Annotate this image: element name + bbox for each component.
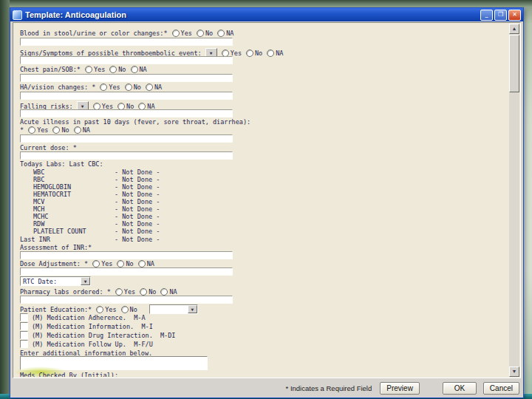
question-dose-adjustment: Dose Adjustment: * YesNoNA [20,260,154,267]
radio-label: Yes [181,30,192,37]
radio-option-na[interactable]: NA [160,288,177,296]
dose-adjustment-comment-input[interactable] [20,267,233,276]
lab-value: - Not Done - [115,228,160,235]
radio-option-yes[interactable]: Yes [85,66,105,73]
radio-icon [109,66,117,73]
question-label: Blood in stool/urine or color changes:* [20,30,168,37]
radio-option-no[interactable]: No [117,103,134,110]
radio-option-yes[interactable]: Yes [100,83,120,91]
radio-label: NA [154,83,162,91]
radio-option-na[interactable]: NA [217,30,233,37]
checkbox[interactable] [20,340,28,348]
scroll-up-icon[interactable]: ▲ [509,24,519,34]
radio-icon [217,30,225,37]
checkbox[interactable] [20,331,28,339]
question-ha-vision: HA/vision changes: * YesNoNA [20,83,162,91]
lab-value: - Not Done - [115,176,160,183]
titlebar[interactable]: Template: Anticoagulation _ ❐ ✕ [10,8,523,21]
lab-value: - Not Done - [115,213,160,220]
radio-group-chest-pain: YesNoNA [81,66,147,73]
additional-info-textarea[interactable] [20,356,208,370]
rtc-date-combobox[interactable]: RTC Date: ▼ [20,276,91,286]
radio-option-yes[interactable]: Yes [93,103,113,110]
radio-option-no[interactable]: No [246,50,262,57]
combo-arrow-icon[interactable]: ▼ [188,305,197,313]
question-blood-in-stool: Blood in stool/urine or color changes:* … [20,30,233,37]
radio-option-yes[interactable]: Yes [222,50,242,57]
radio-icon [172,30,180,37]
ok-button[interactable]: OK [443,382,477,395]
radio-option-na[interactable]: NA [146,83,162,91]
radio-option-no[interactable]: No [117,260,133,267]
radio-group-dose-adjustment: YesNoNA [88,260,154,267]
question-label: Dose Adjustment: * [20,260,88,267]
radio-icon [117,260,124,267]
medication-checkbox-row: (M) Medication Drug Interaction. M-DI [20,331,175,339]
ha-vision-comment-input[interactable] [20,92,233,100]
pharmacy-labs-comment-input[interactable] [20,296,233,304]
checkbox[interactable] [20,322,28,330]
radio-icon [85,66,92,73]
radio-option-na[interactable]: NA [138,260,154,267]
radio-label: Yes [37,126,48,134]
labs-header: Todays Labs: Last CBC: [20,160,103,168]
maximize-button[interactable]: ❐ [494,10,507,21]
vertical-scrollbar[interactable]: ▲ ▼ [509,24,519,377]
last-inr-row: Last INR - Not Done - [20,236,160,243]
lab-row: PLATELET COUNT- Not Done - [33,228,160,235]
preview-button[interactable]: Preview [380,382,420,395]
radio-icon [92,260,100,267]
radio-group-acute-illness: YesNoNA [24,126,90,134]
cancel-button[interactable]: Cancel [483,382,519,395]
radio-icon [222,50,229,57]
current-dose-input[interactable] [20,151,233,160]
radio-label: NA [147,260,154,267]
slide-top-band [0,0,532,7]
question-label: Pharmacy labs ordered: * [20,288,111,296]
radio-label: NA [276,50,283,57]
radio-option-yes[interactable]: Yes [172,30,192,37]
combo-arrow-icon[interactable]: ▼ [81,277,90,285]
radio-label: NA [226,30,233,37]
lab-row: RDW- Not Done - [33,220,160,228]
template-dialog-window: Template: Anticoagulation _ ❐ ✕ Blood in… [10,7,524,398]
scrollbar-thumb[interactable] [509,35,519,92]
radio-option-no[interactable]: No [140,288,156,296]
form-content: Blood in stool/urine or color changes:* … [14,24,508,377]
close-button[interactable]: ✕ [508,10,521,21]
acute-illness-comment-input[interactable] [20,134,233,143]
radio-group-patient-education: YesNo [92,306,137,313]
radio-label: Yes [124,288,135,296]
radio-option-na[interactable]: NA [74,126,90,134]
checkbox[interactable] [20,313,28,321]
radio-icon [93,103,100,110]
radio-group-blood-in-stool: YesNoNA [168,30,234,37]
radio-option-no[interactable]: No [109,66,126,73]
radio-label: No [205,30,213,37]
blood-in-stool-comment-input[interactable] [20,38,233,46]
radio-option-yes[interactable]: Yes [92,260,112,267]
falling-risks-comment-input[interactable] [20,109,233,117]
radio-option-no[interactable]: No [125,83,141,91]
assessment-inr-input[interactable] [20,251,233,259]
radio-option-yes[interactable]: Yes [28,126,48,134]
radio-option-no[interactable]: No [52,126,69,134]
radio-option-no[interactable]: No [197,30,213,37]
chest-pain-comment-input[interactable] [20,74,233,82]
radio-option-na[interactable]: NA [267,50,283,57]
chevron-down-icon: ▼ [84,278,87,285]
lab-value: - Not Done - [115,198,160,205]
lab-name: MCV [33,198,115,205]
checkbox-label: (M) Medication Drug Interaction. M-DI [32,332,175,339]
radio-option-yes[interactable]: Yes [96,306,116,313]
patient-education-combobox[interactable]: ▼ [149,304,198,314]
radio-option-na[interactable]: NA [138,103,154,110]
thromboembolic-comment-input[interactable] [20,56,233,64]
radio-option-na[interactable]: NA [131,66,147,73]
radio-icon [52,126,60,134]
radio-option-yes[interactable]: Yes [115,288,135,296]
scroll-down-icon[interactable]: ▼ [509,366,519,377]
minimize-button[interactable]: _ [480,10,493,21]
radio-label: No [255,50,262,57]
radio-option-no[interactable]: No [121,306,137,313]
